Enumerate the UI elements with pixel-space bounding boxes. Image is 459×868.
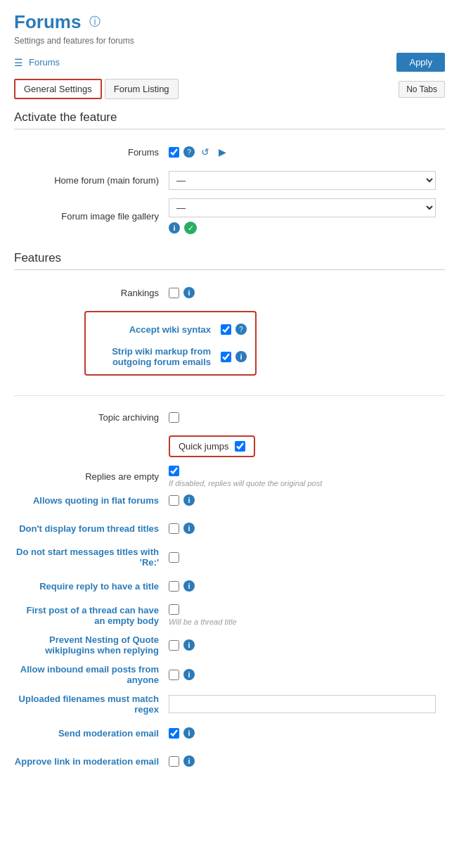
quick-jumps-label: Quick jumps: [179, 441, 229, 452]
allow-inbound-label: Allow inbound email posts from anyone: [14, 664, 169, 685]
topic-archiving-checkbox[interactable]: [169, 412, 179, 423]
page-subtitle: Settings and features for forums: [14, 36, 445, 46]
forum-image-select[interactable]: —: [169, 198, 436, 217]
uploaded-filenames-input[interactable]: [169, 695, 436, 713]
forums-play-icon[interactable]: ▶: [216, 146, 228, 158]
strip-wiki-info-icon[interactable]: i: [235, 351, 247, 362]
forums-control: ? ↺ ▶: [169, 146, 445, 158]
first-post-hint: Will be a thread title: [169, 618, 237, 626]
home-forum-select[interactable]: —: [169, 171, 436, 190]
allow-inbound-info-icon[interactable]: i: [183, 669, 195, 680]
forum-image-label: Forum image file gallery: [14, 211, 169, 222]
quick-jumps-box: Quick jumps: [169, 435, 255, 457]
tab-forum-listing[interactable]: Forum Listing: [105, 79, 179, 99]
accept-wiki-checkbox[interactable]: [221, 324, 231, 335]
allows-quoting-checkbox[interactable]: [169, 495, 179, 506]
do-not-start-checkbox[interactable]: [169, 552, 179, 563]
require-reply-label: Require reply to have a title: [14, 581, 169, 592]
tab-general-settings[interactable]: General Settings: [14, 79, 102, 99]
strip-wiki-checkbox[interactable]: [221, 352, 231, 362]
prevent-nesting-label: Prevent Nesting of Quote wikiplugins whe…: [14, 634, 169, 656]
allows-quoting-info-icon[interactable]: i: [183, 494, 195, 506]
send-moderation-checkbox[interactable]: [169, 728, 179, 739]
topic-archiving-label: Topic archiving: [14, 412, 169, 423]
rankings-info-icon[interactable]: i: [183, 287, 195, 298]
rankings-checkbox[interactable]: [169, 288, 179, 298]
title-help-icon[interactable]: ⓘ: [89, 15, 101, 30]
forum-image-check-icon: ✓: [184, 222, 197, 234]
allow-inbound-checkbox[interactable]: [169, 670, 179, 680]
forum-image-info-icon[interactable]: i: [169, 222, 180, 234]
send-moderation-label: Send moderation email: [14, 728, 169, 739]
prevent-nesting-checkbox[interactable]: [169, 640, 179, 651]
first-post-label: First post of a thread can have an empty…: [14, 605, 169, 626]
dont-display-info-icon[interactable]: i: [183, 523, 195, 534]
quick-jumps-checkbox[interactable]: [235, 441, 245, 452]
uploaded-filenames-label: Uploaded filenames must match regex: [14, 694, 169, 715]
home-forum-label: Home forum (main forum): [14, 175, 169, 186]
require-reply-info-icon[interactable]: i: [183, 580, 195, 592]
send-moderation-info-icon[interactable]: i: [183, 727, 195, 739]
no-tabs-button[interactable]: No Tabs: [399, 81, 445, 98]
strip-wiki-label: Strip wiki markup from outgoing forum em…: [94, 346, 221, 367]
accept-wiki-label: Accept wiki syntax: [94, 324, 221, 335]
require-reply-checkbox[interactable]: [169, 581, 179, 592]
breadcrumb-list-icon: ☰: [14, 57, 23, 68]
approve-link-checkbox[interactable]: [169, 756, 179, 767]
first-post-checkbox[interactable]: [169, 604, 179, 615]
dont-display-label: Don't display forum thread titles: [14, 523, 169, 534]
do-not-start-label: Do not start messages titles with 'Re:': [14, 547, 169, 568]
activate-section-title: Activate the feature: [14, 110, 445, 129]
page-title: Forums: [14, 11, 81, 33]
forums-refresh-icon[interactable]: ↺: [199, 146, 212, 158]
approve-link-info-icon[interactable]: i: [183, 755, 195, 767]
forums-label: Forums: [14, 147, 169, 158]
rankings-label: Rankings: [14, 288, 169, 298]
accept-wiki-help-icon[interactable]: ?: [235, 324, 247, 335]
replies-empty-hint: If disabled, replies will quote the orig…: [169, 479, 322, 487]
prevent-nesting-info-icon[interactable]: i: [183, 639, 195, 651]
allows-quoting-label: Allows quoting in flat forums: [14, 495, 169, 506]
wiki-syntax-box: Accept wiki syntax ? Strip wiki markup f…: [84, 311, 257, 376]
replies-empty-checkbox[interactable]: [169, 466, 179, 476]
apply-button[interactable]: Apply: [396, 53, 445, 72]
approve-link-label: Approve link in moderation email: [14, 756, 169, 767]
features-section-title: Features: [14, 251, 445, 270]
forums-help-icon[interactable]: ?: [183, 146, 195, 158]
breadcrumb-forums-link[interactable]: Forums: [29, 57, 60, 68]
forums-checkbox[interactable]: [169, 147, 179, 158]
dont-display-checkbox[interactable]: [169, 523, 179, 534]
replies-empty-label: Replies are empty: [14, 471, 169, 482]
